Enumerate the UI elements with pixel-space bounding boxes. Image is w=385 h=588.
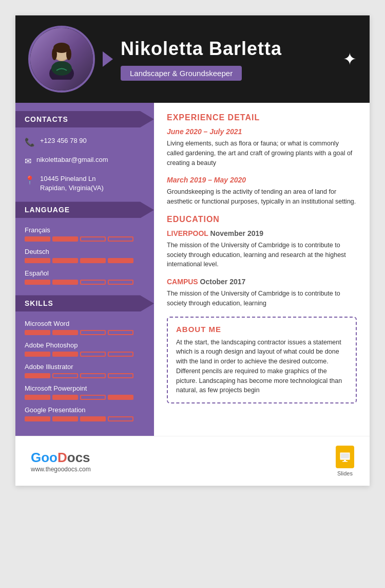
skill-name: Adobe Illustrator <box>25 363 145 371</box>
footer: GooDocs www.thegoodocs.com Slides <box>15 436 370 486</box>
skill-ms-powerpoint: Microsoft Powerpoint <box>15 382 154 404</box>
bar-seg <box>52 373 78 378</box>
email-value: nikolettabar@gmail.com <box>36 155 108 164</box>
candidate-name: Nikoletta Barletta <box>121 38 333 60</box>
education-section-title: EDUCATION <box>167 215 357 224</box>
bar-seg <box>80 330 106 335</box>
lang-name: Français <box>25 226 145 234</box>
lang-name: Deutsch <box>25 248 145 255</box>
resume-page: Nikoletta Barletta Landscaper & Groundsk… <box>15 15 370 486</box>
email-icon: ✉ <box>25 156 31 166</box>
skills-header: SKILLS <box>15 295 154 311</box>
bar-seg <box>80 236 106 242</box>
skill-name: Google Presentation <box>25 406 145 414</box>
bar-seg <box>52 280 78 285</box>
phone-icon: 📞 <box>25 137 35 147</box>
sidebar: CONTACTS 📞 +123 456 78 90 ✉ nikolettabar… <box>15 103 154 436</box>
location-icon: 📍 <box>25 175 35 185</box>
skill-illustrator: Adobe Illustrator <box>15 361 154 382</box>
logo-separator: D <box>57 450 67 465</box>
footer-url: www.thegoodocs.com <box>31 466 91 473</box>
bar-seg <box>80 395 106 400</box>
contacts-header: CONTACTS <box>15 111 154 127</box>
bar-seg <box>108 258 133 263</box>
edu-inst-name-2: CAMPUS <box>167 278 198 286</box>
header-triangle <box>103 51 113 67</box>
bar-seg <box>25 395 50 400</box>
bar-seg <box>25 373 50 378</box>
email-item: ✉ nikolettabar@gmail.com <box>15 153 154 169</box>
job-title-badge: Landscaper & Groundskeeper <box>121 66 242 81</box>
skill-name: Adobe Photoshop <box>25 341 145 349</box>
logo-text: GooDocs <box>31 450 91 466</box>
edu-inst-name-1: LIVERPOOL <box>167 229 208 237</box>
bar-seg <box>52 330 78 335</box>
avatar <box>28 26 95 93</box>
header-section: Nikoletta Barletta Landscaper & Groundsk… <box>15 15 370 103</box>
edu-inst-date-2: October 2017 <box>200 278 246 286</box>
bar-seg <box>80 373 106 378</box>
skill-photoshop: Adobe Photoshop <box>15 339 154 361</box>
skill-ms-word: Microsoft Word <box>15 318 154 339</box>
header-info: Nikoletta Barletta Landscaper & Groundsk… <box>121 38 333 81</box>
bar-seg <box>25 280 50 285</box>
edu-text-2: The mission of the University of Cambrid… <box>167 289 357 308</box>
slides-label: Slides <box>337 470 353 476</box>
skill-bars <box>25 373 145 378</box>
svg-point-4 <box>52 48 57 60</box>
language-deutsch: Deutsch <box>15 246 154 267</box>
svg-rect-8 <box>341 453 349 458</box>
bar-seg <box>52 352 78 357</box>
phone-value: +123 456 78 90 <box>40 136 87 145</box>
bar-seg <box>108 373 133 378</box>
slides-icon <box>336 446 354 468</box>
edu-institution-1: LIVERPOOL November 2019 <box>167 229 357 237</box>
bar-seg <box>108 395 133 400</box>
bar-seg <box>80 416 106 421</box>
bar-seg <box>52 395 78 400</box>
bar-seg <box>80 258 106 263</box>
bar-seg <box>52 236 78 242</box>
skill-google-presentation: Google Presentation <box>15 404 154 426</box>
edu-institution-2: CAMPUS October 2017 <box>167 278 357 286</box>
skill-name: Microsoft Word <box>25 320 145 327</box>
skill-bars <box>25 352 145 357</box>
about-text: At the start, the landscaping contractor… <box>176 338 348 396</box>
exp-date-2: March 2019 – May 2020 <box>167 176 357 184</box>
bar-seg <box>25 416 50 421</box>
about-box: ABOUT ME At the start, the landscaping c… <box>167 317 357 404</box>
bar-seg <box>52 416 78 421</box>
star-icon: ✦ <box>343 49 357 69</box>
edu-text-1: The mission of the University of Cambrid… <box>167 241 357 269</box>
bar-seg <box>80 280 106 285</box>
svg-point-5 <box>66 48 71 60</box>
exp-date-1: June 2020 – July 2021 <box>167 127 357 136</box>
skill-bars <box>25 330 145 335</box>
skill-bars <box>25 416 145 421</box>
exp-text-1: Living elements, such as flora or fauna;… <box>167 139 357 168</box>
bar-seg <box>25 258 50 263</box>
bar-seg <box>80 352 106 357</box>
language-header: LANGUAGE <box>15 201 154 218</box>
language-espanol: Español <box>15 267 154 289</box>
skill-name: Microsoft Powerpoint <box>25 384 145 392</box>
lang-name: Español <box>25 269 145 277</box>
bar-seg <box>108 416 133 421</box>
address-value: 10445 Pineland Ln Rapidan, Virginia(VA) <box>40 174 104 193</box>
logo-goo: Goo <box>31 450 57 465</box>
phone-item: 📞 +123 456 78 90 <box>15 134 154 150</box>
experience-section-title: EXPERIENCE DETAIL <box>167 113 357 122</box>
bar-seg <box>108 330 133 335</box>
bar-seg <box>108 236 133 242</box>
skill-bars <box>25 395 145 400</box>
language-francais: Français <box>15 224 154 246</box>
footer-logo: GooDocs www.thegoodocs.com <box>31 450 91 473</box>
bar-seg <box>108 352 133 357</box>
bar-seg <box>25 236 50 242</box>
logo-docs: ocs <box>67 450 90 465</box>
lang-bars <box>25 236 145 242</box>
address-item: 📍 10445 Pineland Ln Rapidan, Virginia(VA… <box>15 172 154 195</box>
bar-seg <box>25 330 50 335</box>
footer-slides: Slides <box>336 446 354 476</box>
edu-inst-date-1: November 2019 <box>210 229 264 237</box>
